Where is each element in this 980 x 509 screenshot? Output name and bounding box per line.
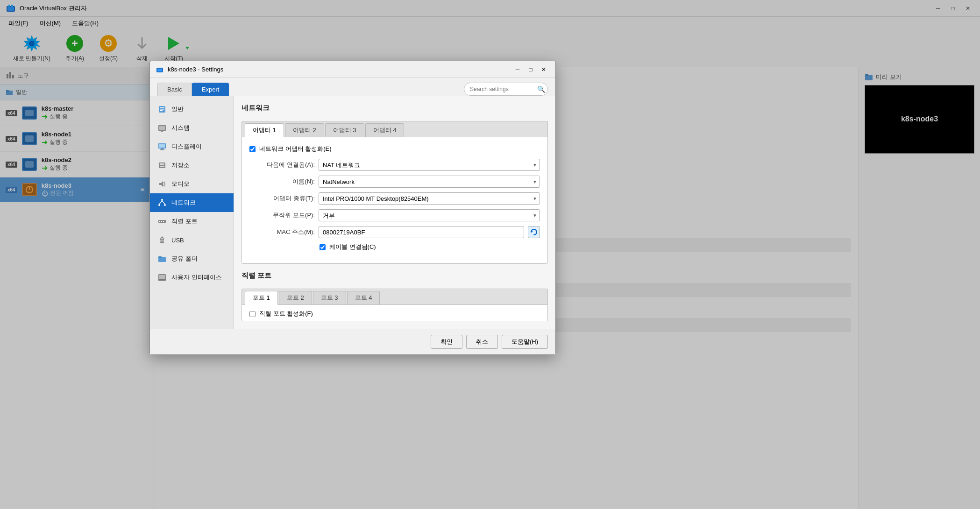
cable-label[interactable]: 케이블 연결됨(C) <box>329 243 376 251</box>
dialog-title-left: k8s-node3 - Settings <box>156 65 223 74</box>
serial-tab-port1[interactable]: 포트 1 <box>245 291 278 305</box>
tab-adapter1[interactable]: 어댑터 1 <box>245 123 284 137</box>
svg-marker-60 <box>531 231 533 233</box>
serial-enable-label[interactable]: 직렬 포트 활성화(F) <box>259 310 313 318</box>
attached-to-select-wrapper: NAT 네트워크 ▼ <box>319 159 540 171</box>
mac-input-area <box>319 226 540 238</box>
dialog-title-text: k8s-node3 - Settings <box>168 66 223 73</box>
serial-tab-port4[interactable]: 포트 4 <box>347 291 380 304</box>
nav-serial-label: 직렬 포트 <box>171 217 198 226</box>
nav-display-label: 디스플레이 <box>171 142 202 151</box>
svg-rect-26 <box>157 69 162 71</box>
nav-audio-label: 오디오 <box>171 180 190 188</box>
dialog-overlay: k8s-node3 - Settings ─ □ ✕ Basic Expert … <box>0 0 980 509</box>
serial-nav-icon <box>157 217 167 226</box>
svg-rect-53 <box>160 239 162 240</box>
tab-adapter4[interactable]: 어댑터 4 <box>365 123 405 137</box>
nav-item-audio[interactable]: 오디오 <box>150 175 234 193</box>
nav-item-network[interactable]: 네트워크 <box>150 193 234 212</box>
network-section-title: 네트워크 <box>241 104 548 115</box>
promiscuous-select-wrapper: 거부 ▼ <box>319 209 540 221</box>
audio-nav-icon <box>157 179 167 189</box>
mac-row: MAC 주소(M): <box>249 226 540 238</box>
nav-item-serial[interactable]: 직렬 포트 <box>150 212 234 231</box>
svg-rect-52 <box>160 241 164 243</box>
serial-enable-checkbox[interactable] <box>249 311 256 317</box>
network-section: 네트워크 어댑터 1 어댑터 2 어댑터 3 어댑터 4 <box>241 104 548 264</box>
svg-marker-42 <box>159 181 163 187</box>
mac-label: MAC 주소(M): <box>249 228 315 236</box>
svg-point-41 <box>163 164 164 165</box>
nav-item-shared-folder[interactable]: 공유 폴더 <box>150 249 234 268</box>
nav-user-interface-label: 사용자 인터페이스 <box>171 273 222 282</box>
nav-item-general[interactable]: 일반 <box>150 100 234 119</box>
promiscuous-label: 무작위 모드(P): <box>249 211 315 219</box>
nav-network-label: 네트워크 <box>171 198 196 207</box>
adapter-type-select[interactable]: Intel PRO/1000 MT Desktop(82540EM) <box>319 192 540 205</box>
network-tab-content: 네트워크 어댑터 활성화(E) 다음에 연결됨(A): NAT 네트워크 ▼ <box>241 137 548 264</box>
serial-tab-port3[interactable]: 포트 3 <box>313 291 346 304</box>
svg-rect-54 <box>163 239 164 240</box>
nav-general-label: 일반 <box>171 105 184 113</box>
ok-button[interactable]: 확인 <box>431 335 462 349</box>
dialog-content-area: 일반 시스템 <box>150 96 555 329</box>
general-nav-icon <box>157 105 167 114</box>
tab-expert[interactable]: Expert <box>192 83 229 96</box>
shared-folder-nav-icon <box>157 254 167 263</box>
svg-rect-35 <box>159 144 165 148</box>
dialog-tabs: Basic Expert <box>157 83 229 96</box>
nav-item-usb[interactable]: USB <box>150 231 234 249</box>
attached-to-label: 다음에 연결됨(A): <box>249 161 315 169</box>
svg-rect-36 <box>161 148 163 149</box>
nav-item-system[interactable]: 시스템 <box>150 119 234 137</box>
svg-line-47 <box>162 201 165 204</box>
usb-nav-icon <box>157 235 167 245</box>
svg-rect-51 <box>163 221 164 222</box>
svg-rect-33 <box>161 131 163 132</box>
dialog-title-controls: ─ □ ✕ <box>511 64 550 75</box>
nav-system-label: 시스템 <box>171 124 190 132</box>
name-label: 이름(N): <box>249 177 315 186</box>
settings-nav: 일반 시스템 <box>150 96 234 329</box>
tab-basic[interactable]: Basic <box>157 83 192 96</box>
cancel-button[interactable]: 취소 <box>466 335 498 349</box>
dialog-minimize-button[interactable]: ─ <box>511 64 524 75</box>
tab-adapter3[interactable]: 어댑터 3 <box>325 123 364 137</box>
search-input[interactable] <box>464 83 548 96</box>
svg-rect-29 <box>160 109 164 110</box>
svg-rect-38 <box>159 163 165 168</box>
cable-checkbox[interactable] <box>320 244 326 250</box>
name-row: 이름(N): NatNetwork ▼ <box>249 176 540 188</box>
dialog-top-bar: Basic Expert 🔍 <box>150 78 555 96</box>
serial-tab-content: 직렬 포트 활성화(F) <box>241 304 548 321</box>
svg-rect-40 <box>160 166 164 167</box>
svg-rect-30 <box>160 110 163 111</box>
nav-item-storage[interactable]: 저장소 <box>150 156 234 175</box>
serial-tab-bar: 포트 1 포트 2 포트 3 포트 4 <box>241 289 548 304</box>
network-nav-icon <box>157 198 167 207</box>
nav-usb-label: USB <box>171 237 184 244</box>
enable-adapter-checkbox[interactable] <box>249 146 256 152</box>
mac-refresh-button[interactable] <box>528 226 540 238</box>
enable-adapter-label[interactable]: 네트워크 어댑터 활성화(E) <box>259 145 332 153</box>
dialog-maximize-button[interactable]: □ <box>525 64 537 75</box>
enable-adapter-row: 네트워크 어댑터 활성화(E) <box>249 145 540 153</box>
dialog-logo-icon <box>156 65 164 74</box>
svg-rect-32 <box>159 126 165 130</box>
svg-rect-58 <box>159 275 165 279</box>
help-button[interactable]: 도움말(H) <box>502 335 548 349</box>
nav-item-user-interface[interactable]: 사용자 인터페이스 <box>150 268 234 287</box>
mac-input[interactable] <box>319 226 524 238</box>
svg-rect-28 <box>160 107 164 108</box>
search-box: 🔍 <box>464 83 548 96</box>
serial-tab-port2[interactable]: 포트 2 <box>279 291 312 304</box>
attached-to-select[interactable]: NAT 네트워크 <box>319 159 540 171</box>
user-interface-nav-icon <box>157 273 167 282</box>
name-select[interactable]: NatNetwork <box>319 176 540 188</box>
search-icon-button[interactable]: 🔍 <box>537 85 545 93</box>
svg-rect-50 <box>161 221 162 222</box>
dialog-close-button[interactable]: ✕ <box>538 64 550 75</box>
tab-adapter2[interactable]: 어댑터 2 <box>285 123 324 137</box>
promiscuous-select[interactable]: 거부 <box>319 209 540 221</box>
nav-item-display[interactable]: 디스플레이 <box>150 137 234 156</box>
